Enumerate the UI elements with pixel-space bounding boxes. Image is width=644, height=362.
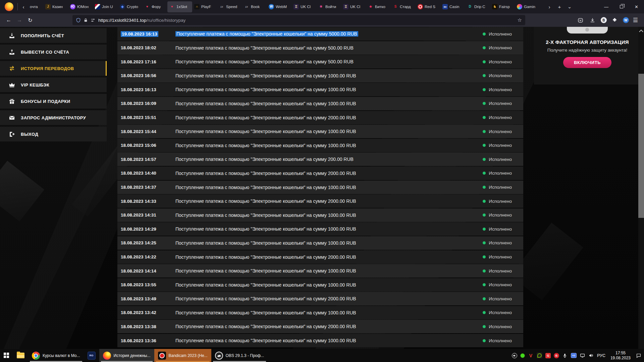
taskbar-app-button[interactable]: OBS 29.1.3 - Проф... bbox=[211, 349, 268, 362]
browser-tab[interactable]: S Стард bbox=[391, 1, 416, 12]
extension-icon[interactable] bbox=[611, 16, 619, 24]
scrollbar-thumb[interactable] bbox=[638, 74, 644, 218]
browser-tab[interactable]: ∩ PlayF bbox=[192, 1, 217, 12]
deposit-icon bbox=[9, 33, 15, 39]
url-text: https://1xslot923401.top/ru/office/histo… bbox=[98, 18, 515, 23]
row-cell-status: Исполнено bbox=[483, 254, 512, 259]
list-all-tabs-button[interactable]: ⌄ bbox=[565, 1, 575, 12]
browser-tab[interactable]: ♥ 1xSlot bbox=[167, 1, 192, 12]
browser-tab[interactable]: D Drip C bbox=[465, 1, 490, 12]
browser-tab[interactable]: ♞ Fairsp bbox=[490, 1, 515, 12]
browser-tab[interactable]: ♥ Фору bbox=[143, 1, 167, 12]
taskbar-app-button[interactable]: Bandicam 2023 (Не... bbox=[154, 349, 211, 362]
shield-icon[interactable] bbox=[76, 18, 81, 23]
permissions-icon[interactable] bbox=[91, 18, 96, 23]
row-cell-status: Исполнено bbox=[483, 268, 512, 274]
browser-tab[interactable]: 1X Book bbox=[242, 1, 267, 12]
network-icon[interactable] bbox=[580, 353, 585, 358]
scroll-up-arrow-icon[interactable] bbox=[639, 29, 643, 34]
row-cell-date: 18.08.2023 15:06 bbox=[121, 143, 175, 148]
tab-favicon: ♖ bbox=[293, 4, 299, 9]
restore-button[interactable] bbox=[614, 0, 629, 13]
browser-tab[interactable]: ✳ Войти bbox=[316, 1, 341, 12]
browser-tab[interactable]: Gamin bbox=[515, 1, 540, 12]
enable-2fa-button[interactable]: ВКЛЮЧИТЬ bbox=[563, 57, 611, 68]
browser-tab[interactable]: ◈ Crypto bbox=[118, 1, 143, 12]
download-icon[interactable] bbox=[589, 16, 597, 24]
row-cell-status: Исполнено bbox=[483, 213, 512, 218]
file-explorer-button[interactable] bbox=[13, 349, 28, 362]
tab-favicon: ✳ bbox=[318, 4, 324, 9]
tab-favicon bbox=[517, 4, 522, 9]
page-scrollbar[interactable] bbox=[638, 27, 644, 349]
taskbar-app-button[interactable]: Курсы валют в Мо... bbox=[28, 349, 84, 362]
tab-title: Стард bbox=[400, 5, 411, 9]
notifications-icon[interactable] bbox=[636, 353, 641, 358]
browser-tab[interactable]: ♖ UK Cl bbox=[341, 1, 366, 12]
pocket-icon[interactable] bbox=[577, 16, 585, 24]
v2-icon[interactable]: V2 bbox=[571, 353, 577, 358]
microphone-icon[interactable] bbox=[562, 353, 568, 358]
forward-button[interactable]: → bbox=[14, 15, 25, 25]
start-button[interactable] bbox=[0, 349, 13, 362]
bandicam-tray-icon[interactable] bbox=[520, 353, 525, 358]
vivaldi-icon[interactable]: V bbox=[528, 353, 534, 358]
row-description: Поступление платежа с помощью "Электронн… bbox=[175, 213, 356, 218]
lock-icon[interactable] bbox=[84, 18, 88, 22]
volume-icon[interactable] bbox=[588, 353, 594, 358]
tab-favicon: Ю bbox=[70, 4, 75, 9]
back-button[interactable]: ← bbox=[3, 15, 14, 25]
sidebar-item-transfer-history[interactable]: ИСТОРИЯ ПЕРЕВОДОВ bbox=[0, 61, 107, 76]
tab-title: Drip C bbox=[474, 5, 485, 9]
row-status: Исполнено bbox=[489, 143, 512, 148]
browser-tab[interactable]: J Казин bbox=[43, 1, 68, 12]
scroll-tabs-left-button[interactable]: ‹ bbox=[19, 1, 28, 13]
status-dot-icon bbox=[483, 325, 486, 328]
row-cell-description: Поступление платежа с помощью "Электронн… bbox=[175, 240, 483, 246]
guard-icon[interactable]: G bbox=[545, 353, 551, 358]
row-cell-date: 18.08.2023 18:02 bbox=[121, 45, 175, 50]
firefox-logo-icon[interactable] bbox=[5, 2, 13, 11]
taskbar-app-button[interactable]: История денежны... bbox=[99, 349, 154, 362]
taskbar-app-button[interactable] bbox=[84, 349, 99, 362]
clock[interactable]: 17:55 19.08.2023 bbox=[608, 351, 633, 360]
sidebar-item-withdraw[interactable]: ВЫВЕСТИ СО СЧЁТА bbox=[0, 45, 107, 59]
menu-icon[interactable]: ☰ bbox=[633, 17, 638, 24]
sidebar-item-deposit[interactable]: ПОПОЛНИТЬ СЧЁТ bbox=[0, 28, 107, 43]
url-field[interactable]: https://1xslot923401.top/ru/office/histo… bbox=[72, 15, 525, 25]
sidebar-item-admin-request[interactable]: ЗАПРОС АДМИНИСТРАТОРУ bbox=[0, 110, 107, 125]
tab-title: Speed bbox=[226, 5, 237, 9]
reload-button[interactable]: ↻ bbox=[25, 15, 36, 25]
bank-icon[interactable]: Б bbox=[554, 353, 559, 358]
nvidia-icon[interactable] bbox=[537, 353, 542, 358]
table-row: 18.08.2023 15:51 Поступление платежа с п… bbox=[117, 111, 523, 124]
row-status: Исполнено bbox=[489, 227, 512, 232]
minimize-button[interactable]: — bbox=[599, 0, 614, 13]
browser-tab[interactable]: Red S bbox=[416, 1, 440, 12]
webmoney-icon[interactable]: W bbox=[623, 17, 629, 23]
status-dot-icon bbox=[483, 269, 486, 273]
sidebar-item-bonuses[interactable]: БОНУСЫ И ПОДАРКИ bbox=[0, 94, 107, 109]
close-button[interactable]: ✕ bbox=[629, 0, 644, 13]
app-icon bbox=[158, 352, 166, 360]
obs-tray-icon[interactable] bbox=[512, 353, 517, 358]
sidebar-item-vip-cashback[interactable]: VIP КЕШБЭК bbox=[0, 77, 107, 92]
bookmark-star-icon[interactable]: ☆ bbox=[518, 17, 522, 23]
sidebar-item-logout[interactable]: ВЫХОД bbox=[0, 127, 107, 141]
extension-b-icon[interactable]: B bbox=[601, 17, 607, 23]
browser-tab[interactable]: Ю ЮМон bbox=[68, 1, 93, 12]
row-cell-description: Поступление платежа с помощью "Электронн… bbox=[175, 324, 483, 329]
keyboard-language-indicator[interactable]: РУС bbox=[597, 353, 605, 358]
browser-tab[interactable]: W WebM bbox=[267, 1, 291, 12]
browser-tab[interactable]: tm Casin bbox=[440, 1, 465, 12]
browser-tab[interactable]: ♖ UK Cl bbox=[291, 1, 316, 12]
scroll-tabs-right-button[interactable]: › bbox=[544, 1, 554, 12]
row-cell-description: Поступление платежа с помощью "Электронн… bbox=[175, 282, 483, 288]
browser-tab[interactable]: ★ Битко bbox=[366, 1, 391, 12]
row-cell-description: Поступление платежа с помощью "Электронн… bbox=[175, 143, 483, 148]
new-tab-button[interactable]: + bbox=[554, 1, 565, 12]
tab-favicon: ♥ bbox=[169, 4, 175, 9]
browser-tab[interactable]: Join U bbox=[93, 1, 118, 12]
browser-tab[interactable]: очта bbox=[28, 1, 43, 12]
browser-tab[interactable]: 1X Speed bbox=[217, 1, 242, 12]
